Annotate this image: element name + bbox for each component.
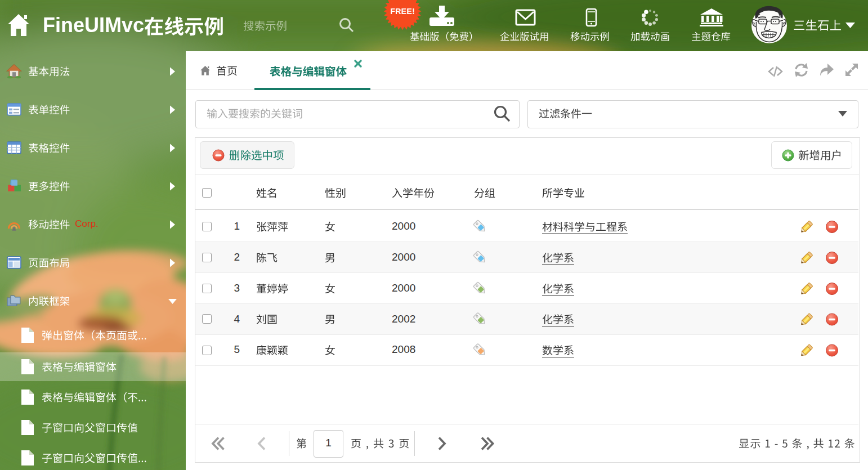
- svg-text:FREE!: FREE!: [390, 7, 415, 16]
